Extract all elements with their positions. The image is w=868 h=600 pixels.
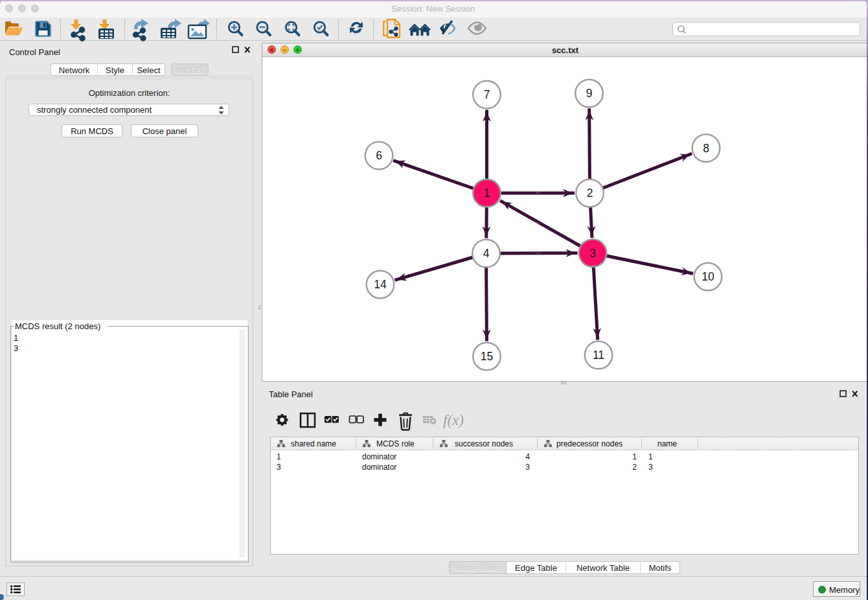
svg-text:4: 4	[483, 247, 490, 260]
svg-text:2: 2	[587, 187, 593, 200]
svg-text:6: 6	[376, 149, 382, 162]
svg-text:15: 15	[481, 350, 493, 363]
svg-text:11: 11	[593, 349, 604, 362]
svg-text:14: 14	[374, 278, 387, 291]
svg-text:7: 7	[484, 88, 490, 101]
svg-text:3: 3	[589, 247, 596, 260]
svg-text:8: 8	[703, 142, 709, 155]
svg-text:9: 9	[586, 87, 593, 100]
svg-text:10: 10	[702, 270, 714, 283]
svg-text:1: 1	[484, 187, 490, 200]
svg-text:f(x): f(x)	[443, 412, 464, 428]
